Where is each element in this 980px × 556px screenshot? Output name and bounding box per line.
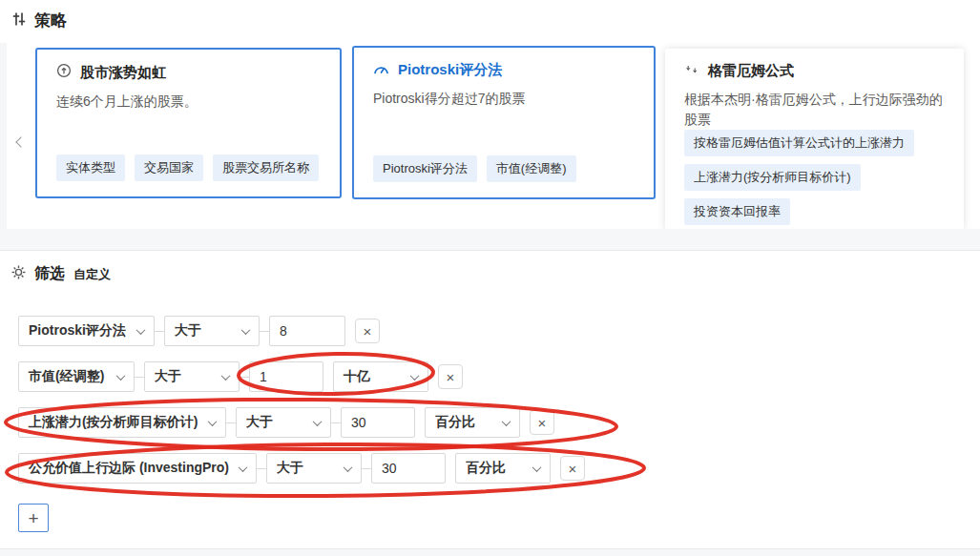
- filter-operator-value: 大于: [155, 368, 181, 385]
- strategies-header: 策略: [11, 10, 67, 31]
- filters-section-title: 筛选: [34, 264, 65, 284]
- chevron-down-icon: [221, 371, 231, 381]
- page-title: 策略: [34, 10, 67, 31]
- filter-unit-value: 十亿: [344, 368, 370, 385]
- strategy-card-piotroski[interactable]: Piotroski评分法 Piotroski得分超过7的股票 Piotroski…: [352, 46, 656, 199]
- chevron-left-icon: [15, 136, 26, 147]
- chevron-down-icon: [241, 325, 251, 335]
- strategy-tag: 按格雷厄姆估值计算公式计的上涨潜力: [684, 130, 914, 156]
- filter-unit-value: 百分比: [435, 414, 475, 431]
- connector-line: [155, 331, 164, 332]
- gear-icon: [11, 265, 26, 283]
- arrow-up-circle-icon: [56, 63, 72, 82]
- filter-field-select[interactable]: Piotroski评分法: [18, 316, 155, 346]
- remove-filter-button[interactable]: ×: [560, 456, 585, 481]
- filter-field-select[interactable]: 市值(经调整): [18, 361, 135, 392]
- chevron-down-icon: [116, 371, 126, 381]
- strategy-card-rainbow-rally[interactable]: 股市涨势如虹 连续6个月上涨的股票。 实体类型 交易国家 股票交易所名称: [35, 48, 342, 198]
- filter-operator-value: 大于: [246, 414, 273, 431]
- section-divider: [0, 229, 980, 251]
- strategy-tags: 实体类型 交易国家 股票交易所名称: [56, 154, 321, 181]
- remove-filter-button[interactable]: ×: [438, 364, 463, 389]
- gauge-icon: [373, 62, 389, 79]
- plus-icon: +: [28, 509, 38, 527]
- filter-field-value: 上涨潜力(按分析师目标价计): [29, 414, 198, 431]
- filter-unit-select[interactable]: 百分比: [425, 407, 520, 438]
- card-head: Piotroski评分法: [373, 61, 635, 79]
- chevron-down-icon: [136, 325, 146, 335]
- filter-operator-select[interactable]: 大于: [164, 316, 260, 346]
- filter-unit-value: 百分比: [466, 460, 506, 477]
- filters-section-subtitle: 自定义: [73, 266, 111, 283]
- card-head: 格雷厄姆公式: [684, 62, 945, 80]
- filters-header: 筛选 自定义: [11, 264, 111, 284]
- filter-unit-select[interactable]: 十亿: [333, 361, 428, 392]
- close-icon: ×: [569, 462, 577, 476]
- connector-line: [257, 468, 266, 469]
- filter-field-value: 市值(经调整): [29, 368, 104, 385]
- strategy-tag: Piotroski评分法: [373, 155, 477, 182]
- filter-operator-select[interactable]: 大于: [236, 407, 331, 438]
- filter-row: 公允价值上行边际 (InvestingPro) 大于 百分比 ×: [18, 453, 585, 484]
- remove-filter-button[interactable]: ×: [355, 319, 380, 343]
- footer-strip: [0, 548, 980, 556]
- carousel-prev-button[interactable]: [12, 134, 30, 151]
- strategy-tag: 上涨潜力(按分析师目标价计): [684, 164, 861, 191]
- strategy-tag: 股票交易所名称: [213, 154, 319, 181]
- filter-row: 上涨潜力(按分析师目标价计) 大于 百分比 ×: [18, 407, 554, 438]
- strategy-tag: 市值(经调整): [487, 155, 576, 182]
- filter-field-select[interactable]: 公允价值上行边际 (InvestingPro): [18, 453, 257, 484]
- strategy-tag: 投资资本回报率: [684, 198, 790, 225]
- chevron-down-icon: [344, 463, 353, 472]
- connector-line: [362, 468, 371, 469]
- chevron-down-icon: [208, 417, 218, 426]
- filter-operator-select[interactable]: 大于: [266, 453, 362, 484]
- carousel-left-edge: [0, 43, 7, 229]
- strategy-tag: 交易国家: [135, 154, 203, 181]
- close-icon: ×: [538, 416, 547, 430]
- connector-line: [260, 331, 269, 332]
- chevron-down-icon: [313, 417, 323, 426]
- close-icon: ×: [447, 370, 455, 384]
- filter-field-value: Piotroski评分法: [29, 322, 126, 340]
- filter-row: Piotroski评分法 大于 ×: [18, 316, 380, 346]
- filter-unit-select[interactable]: 百分比: [455, 453, 551, 484]
- filter-row: 市值(经调整) 大于 十亿 ×: [18, 361, 463, 392]
- connector-line: [135, 377, 144, 378]
- strategy-tags: Piotroski评分法 市值(经调整): [373, 155, 635, 182]
- chevron-down-icon: [532, 463, 542, 472]
- filter-value-input[interactable]: [269, 316, 345, 346]
- connector-line: [331, 422, 341, 423]
- close-icon: ×: [364, 324, 372, 339]
- add-filter-button[interactable]: +: [18, 504, 49, 532]
- remove-filter-button[interactable]: ×: [530, 410, 554, 435]
- chevron-down-icon: [502, 417, 511, 426]
- filter-value-input[interactable]: [371, 453, 446, 484]
- strategy-card-title: Piotroski评分法: [398, 61, 502, 79]
- filter-operator-select[interactable]: 大于: [144, 361, 240, 392]
- strategy-card-description: 根据本杰明·格雷厄姆公式，上行边际强劲的股票: [684, 90, 945, 130]
- filter-value-input[interactable]: [341, 407, 415, 438]
- connector-line: [226, 422, 236, 423]
- strategy-card-description: Piotroski得分超过7的股票: [373, 89, 635, 109]
- strategy-card-graham[interactable]: 格雷厄姆公式 根据本杰明·格雷厄姆公式，上行边际强劲的股票 按格雷厄姆估值计算公…: [665, 49, 964, 230]
- filter-field-select[interactable]: 上涨潜力(按分析师目标价计): [18, 407, 226, 438]
- formula-icon: [684, 63, 699, 80]
- stock-screener-page: 策略 股市涨势如虹 连续6个月上涨的股票。 实体类型 交易国家 股票交易所名称 …: [0, 0, 980, 556]
- connector-line: [240, 377, 249, 378]
- chevron-down-icon: [410, 371, 420, 381]
- strategy-card-description: 连续6个月上涨的股票。: [56, 92, 321, 112]
- strategy-tags: 按格雷厄姆估值计算公式计的上涨潜力 上涨潜力(按分析师目标价计) 投资资本回报率: [684, 130, 945, 225]
- strategy-card-title: 股市涨势如虹: [80, 64, 166, 82]
- card-head: 股市涨势如虹: [56, 63, 321, 82]
- filter-operator-value: 大于: [175, 322, 201, 340]
- filter-operator-value: 大于: [277, 460, 303, 477]
- filter-value-input[interactable]: [249, 361, 323, 392]
- filter-field-value: 公允价值上行边际 (InvestingPro): [29, 460, 229, 477]
- strategy-tag: 实体类型: [56, 154, 125, 181]
- sliders-icon: [11, 11, 27, 31]
- strategy-card-title: 格雷厄姆公式: [708, 62, 794, 80]
- chevron-down-icon: [239, 463, 248, 472]
